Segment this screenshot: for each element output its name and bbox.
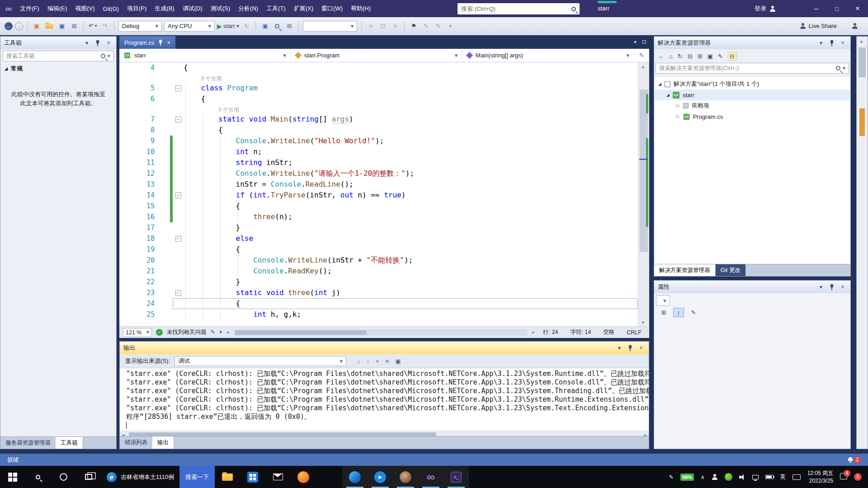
- code-line-5[interactable]: 5− class Program: [119, 83, 638, 94]
- pin-icon[interactable]: [626, 344, 634, 352]
- expander-icon[interactable]: [666, 93, 670, 97]
- pin-icon[interactable]: [158, 40, 163, 46]
- quick-search-box[interactable]: 搜索 (Ctrl+Q): [458, 3, 580, 14]
- menu-窗口(W)[interactable]: 窗口(W): [317, 2, 347, 15]
- collapse-all-icon[interactable]: [688, 53, 693, 59]
- code-line-16[interactable]: 16 three(n);: [119, 211, 638, 222]
- action-center-button[interactable]: 4: [840, 473, 847, 481]
- tree-node-program-cs[interactable]: Program.cs: [655, 111, 850, 122]
- codelens-row[interactable]: 0 个引用: [119, 104, 638, 114]
- scrollbar-thumb[interactable]: [859, 47, 866, 77]
- edit-icon[interactable]: [634, 49, 649, 62]
- code-line-21[interactable]: 21 Console.ReadKey();: [119, 266, 638, 277]
- tree-node-solution[interactable]: 解决方案“starr”(1 个项目/共 1 个): [655, 79, 850, 89]
- codelens-reference-count[interactable]: 0 个引用: [218, 107, 239, 113]
- user-app-button[interactable]: [393, 466, 418, 488]
- browser-orange-button[interactable]: [291, 466, 316, 488]
- undo-button[interactable]: [88, 20, 98, 32]
- fold-collapse-box[interactable]: −: [175, 290, 181, 296]
- battery-icon[interactable]: [765, 475, 774, 479]
- volume-icon[interactable]: [739, 474, 745, 480]
- code-line-22[interactable]: 22 }: [119, 277, 638, 287]
- code-editor[interactable]: 4{0 个引用5− class Program6 {0 个引用7− static…: [119, 62, 638, 326]
- preview-button[interactable]: [260, 20, 270, 32]
- ink-workspace-icon[interactable]: [669, 474, 674, 480]
- sign-in-button[interactable]: 登录: [755, 5, 776, 13]
- property-pages-icon[interactable]: [688, 308, 699, 317]
- code-line-20[interactable]: 20 Console.WriteLine(inStr + "不能转换");: [119, 255, 638, 266]
- expander-icon[interactable]: [5, 67, 8, 71]
- chevron-down-icon[interactable]: [219, 329, 222, 335]
- refresh-icon[interactable]: [678, 53, 683, 59]
- codelens-row[interactable]: 0 个引用: [119, 73, 638, 83]
- pen-icon[interactable]: [211, 329, 215, 335]
- health-check-icon[interactable]: [156, 329, 163, 336]
- wrench-icon[interactable]: [718, 53, 723, 59]
- code-line-4[interactable]: 4{: [119, 62, 638, 73]
- code-line-19[interactable]: 19 {: [119, 244, 638, 255]
- right-edge-scrollbar[interactable]: [856, 36, 868, 449]
- menu-扩展(X)[interactable]: 扩展(X): [290, 2, 317, 15]
- home-icon[interactable]: [669, 53, 673, 59]
- show-all-files-icon[interactable]: [698, 53, 703, 59]
- properties-icon[interactable]: [708, 53, 713, 59]
- tree-node-project-starr[interactable]: starr: [655, 89, 850, 100]
- maximize-button[interactable]: [826, 0, 847, 17]
- code-line-11[interactable]: 11 string inStr;: [119, 157, 638, 168]
- scroll-right-icon[interactable]: [532, 329, 535, 335]
- start-debugging-button[interactable]: starr: [217, 20, 239, 32]
- codelens-reference-count[interactable]: 0 个引用: [201, 75, 222, 82]
- fold-collapse-box[interactable]: −: [175, 117, 181, 122]
- fold-collapse-box[interactable]: −: [175, 192, 181, 198]
- menu-视图(V)[interactable]: 视图(V): [71, 2, 99, 15]
- solution-platform-combo[interactable]: Any CPU: [164, 21, 215, 32]
- news-widget[interactable]: 吉林省增本土1110例: [101, 466, 179, 488]
- notification-badge[interactable]: 2: [854, 456, 861, 463]
- file-explorer-button[interactable]: [215, 466, 240, 488]
- menu-调试(D)[interactable]: 调试(D): [179, 2, 207, 15]
- window-position-icon[interactable]: [83, 39, 91, 47]
- minimize-button[interactable]: [806, 0, 826, 17]
- expander-icon[interactable]: [658, 82, 661, 86]
- navigate-back-button[interactable]: [5, 22, 13, 30]
- save-all-button[interactable]: [69, 20, 79, 32]
- editor-vertical-scrollbar[interactable]: [638, 62, 649, 326]
- chevron-down-icon[interactable]: [843, 66, 845, 71]
- network-icon[interactable]: [752, 475, 759, 479]
- open-file-button[interactable]: [44, 20, 55, 32]
- pin-icon[interactable]: [94, 39, 102, 47]
- feedback-button[interactable]: [850, 20, 860, 32]
- editor-horizontal-scrollbar[interactable]: [234, 329, 527, 336]
- window-layout-button[interactable]: [284, 20, 294, 32]
- code-line-14[interactable]: 14− if (int.TryParse(inStr, out n) == tr…: [119, 190, 638, 201]
- scrollbar-thumb[interactable]: [235, 330, 367, 335]
- solution-configuration-combo[interactable]: Debug: [118, 21, 162, 32]
- code-line-25[interactable]: 25 int h, g,k;: [119, 309, 638, 320]
- tab-error-list[interactable]: 错误列表: [120, 436, 152, 449]
- code-line-8[interactable]: 8 {: [119, 125, 638, 136]
- toolbox-section-general[interactable]: 常规: [0, 63, 116, 75]
- code-line-17[interactable]: 17 }: [119, 222, 638, 233]
- close-icon[interactable]: [839, 39, 847, 47]
- tree-node-dependencies[interactable]: 依赖项: [655, 100, 850, 111]
- store-button[interactable]: [240, 466, 265, 488]
- visual-studio-button[interactable]: [418, 466, 443, 488]
- find-in-files-button[interactable]: [272, 20, 282, 32]
- member-dropdown[interactable]: Main(string[] args): [462, 49, 634, 62]
- taskbar-search-button[interactable]: [25, 466, 51, 488]
- code-line-15[interactable]: 15 {: [119, 201, 638, 211]
- menu-编辑(E)[interactable]: 编辑(E): [43, 2, 71, 15]
- preview-selected-items-toggle[interactable]: [728, 52, 736, 61]
- search-icon[interactable]: [836, 66, 840, 70]
- edit-button-2[interactable]: [433, 20, 443, 32]
- next-message-icon[interactable]: [357, 358, 360, 364]
- alphabetical-sort-icon[interactable]: [673, 308, 684, 317]
- close-button[interactable]: [847, 0, 868, 17]
- tab-server-explorer[interactable]: 服务器资源管理器: [0, 437, 56, 449]
- type-dropdown[interactable]: starr.Program: [291, 49, 463, 62]
- redo-button[interactable]: [100, 20, 110, 32]
- task-view-button[interactable]: [76, 466, 101, 488]
- new-file-button[interactable]: [32, 20, 42, 32]
- tab-toolbox[interactable]: 工具箱: [56, 437, 83, 449]
- code-line-24[interactable]: 24 {: [119, 298, 638, 309]
